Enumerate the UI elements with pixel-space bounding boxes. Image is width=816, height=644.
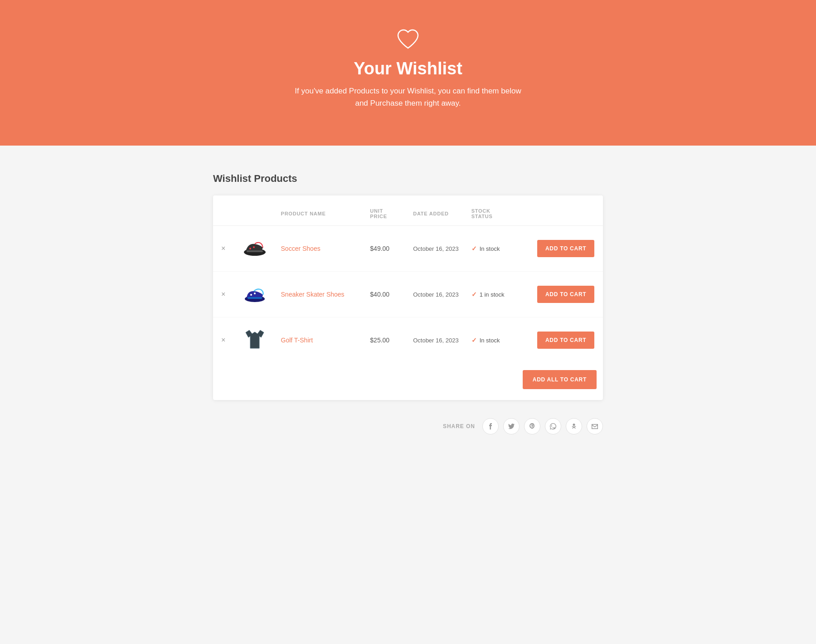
whatsapp-icon bbox=[550, 423, 556, 429]
remove-cell: × bbox=[213, 272, 235, 317]
pinterest-share-button[interactable] bbox=[524, 418, 540, 434]
date-cell: October 16, 2023 bbox=[407, 272, 465, 317]
odnoklassniki-share-button[interactable] bbox=[566, 418, 582, 434]
heart-icon bbox=[396, 27, 420, 51]
stock-status-2: In stock bbox=[480, 337, 500, 344]
product-price-0: $49.00 bbox=[370, 245, 389, 252]
product-name-link-1[interactable]: Sneaker Skater Shoes bbox=[281, 291, 345, 298]
remove-item-button-2[interactable]: × bbox=[219, 335, 227, 346]
product-date-2: October 16, 2023 bbox=[413, 337, 458, 344]
price-cell: $49.00 bbox=[364, 226, 407, 272]
wishlist-table: PRODUCT NAME UNITPRICE DATE ADDED STOCKS… bbox=[213, 200, 603, 363]
svg-point-6 bbox=[250, 294, 252, 296]
svg-point-7 bbox=[254, 293, 256, 294]
wishlist-table-card: PRODUCT NAME UNITPRICE DATE ADDED STOCKS… bbox=[213, 195, 603, 400]
product-name-cell: Soccer Shoes bbox=[275, 226, 364, 272]
th-unit-price: UNITPRICE bbox=[364, 200, 407, 226]
facebook-share-button[interactable] bbox=[482, 418, 499, 434]
remove-item-button-0[interactable]: × bbox=[219, 243, 227, 254]
stock-status-0: In stock bbox=[480, 245, 500, 252]
share-label: SHARE ON bbox=[443, 423, 475, 429]
add-to-cart-button-1[interactable]: ADD TO CART bbox=[537, 286, 594, 303]
hero-subtitle: If you've added Products to your Wishlis… bbox=[295, 85, 521, 109]
date-cell: October 16, 2023 bbox=[407, 317, 465, 363]
main-content: Wishlist Products PRODUCT NAME UNITPRICE… bbox=[204, 146, 612, 462]
add-all-row: ADD ALL TO CART bbox=[213, 363, 603, 391]
th-stock-status: STOCKSTATUS bbox=[465, 200, 531, 226]
remove-item-button-1[interactable]: × bbox=[219, 289, 227, 300]
price-cell: $40.00 bbox=[364, 272, 407, 317]
stock-cell: ✓ In stock bbox=[465, 317, 531, 363]
price-cell: $25.00 bbox=[364, 317, 407, 363]
email-icon bbox=[592, 424, 598, 429]
remove-cell: × bbox=[213, 317, 235, 363]
ok-icon bbox=[572, 423, 576, 429]
check-icon-0: ✓ bbox=[471, 245, 477, 252]
th-image bbox=[235, 200, 275, 226]
product-image-cell bbox=[235, 317, 275, 363]
add-all-to-cart-button[interactable]: ADD ALL TO CART bbox=[523, 370, 597, 389]
product-name-link-0[interactable]: Soccer Shoes bbox=[281, 245, 321, 252]
product-name-cell: Sneaker Skater Shoes bbox=[275, 272, 364, 317]
stock-cell: ✓ 1 in stock bbox=[465, 272, 531, 317]
table-row: × Sneaker Skater Shoes $40.00 October 16… bbox=[213, 272, 603, 317]
stock-cell: ✓ In stock bbox=[465, 226, 531, 272]
hero-title: Your Wishlist bbox=[354, 59, 462, 78]
product-date-0: October 16, 2023 bbox=[413, 245, 458, 252]
th-date-added: DATE ADDED bbox=[407, 200, 465, 226]
product-name-link-2[interactable]: Golf T-Shirt bbox=[281, 337, 313, 344]
add-to-cart-button-0[interactable]: ADD TO CART bbox=[537, 240, 594, 257]
twitter-icon bbox=[508, 424, 515, 429]
check-icon-2: ✓ bbox=[471, 337, 477, 344]
pinterest-icon bbox=[529, 423, 535, 429]
th-action bbox=[531, 200, 603, 226]
action-cell: ADD TO CART bbox=[531, 272, 603, 317]
th-remove bbox=[213, 200, 235, 226]
remove-cell: × bbox=[213, 226, 235, 272]
section-title: Wishlist Products bbox=[213, 173, 603, 185]
svg-point-8 bbox=[573, 424, 575, 426]
svg-rect-5 bbox=[248, 297, 262, 299]
twitter-share-button[interactable] bbox=[503, 418, 520, 434]
whatsapp-share-button[interactable] bbox=[545, 418, 561, 434]
th-product-name: PRODUCT NAME bbox=[275, 200, 364, 226]
product-image-cell bbox=[235, 272, 275, 317]
product-price-1: $40.00 bbox=[370, 291, 389, 298]
action-cell: ADD TO CART bbox=[531, 226, 603, 272]
add-to-cart-button-2[interactable]: ADD TO CART bbox=[537, 332, 594, 349]
product-date-1: October 16, 2023 bbox=[413, 291, 458, 298]
facebook-icon bbox=[487, 423, 494, 429]
table-header: PRODUCT NAME UNITPRICE DATE ADDED STOCKS… bbox=[213, 200, 603, 226]
action-cell: ADD TO CART bbox=[531, 317, 603, 363]
product-name-cell: Golf T-Shirt bbox=[275, 317, 364, 363]
table-row: × Golf T-Shirt $25.00 October 16, 2023 ✓… bbox=[213, 317, 603, 363]
wishlist-rows: × Soccer Shoes $49.00 October 16, 2023 bbox=[213, 226, 603, 363]
svg-point-2 bbox=[249, 248, 251, 249]
stock-status-1: 1 in stock bbox=[480, 291, 505, 298]
check-icon-1: ✓ bbox=[471, 291, 477, 298]
hero-banner: Your Wishlist If you've added Products t… bbox=[0, 0, 816, 146]
share-row: SHARE ON bbox=[213, 414, 603, 444]
svg-point-3 bbox=[253, 246, 255, 248]
table-row: × Soccer Shoes $49.00 October 16, 2023 bbox=[213, 226, 603, 272]
date-cell: October 16, 2023 bbox=[407, 226, 465, 272]
product-price-2: $25.00 bbox=[370, 337, 389, 344]
email-share-button[interactable] bbox=[587, 418, 603, 434]
product-image-cell bbox=[235, 226, 275, 272]
svg-rect-1 bbox=[247, 250, 263, 252]
